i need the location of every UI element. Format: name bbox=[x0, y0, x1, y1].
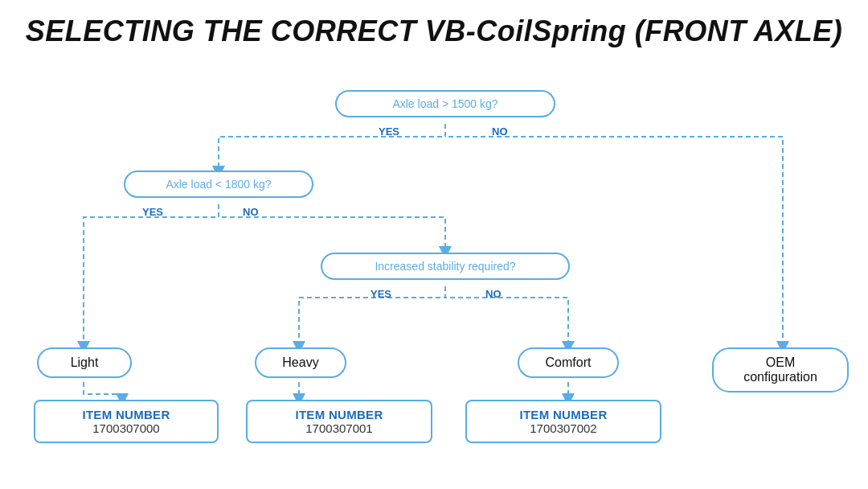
result-light: Light bbox=[37, 347, 132, 378]
decision-2: Axle load < 1800 kg? bbox=[124, 171, 313, 198]
d3-no-label: NO bbox=[485, 288, 502, 300]
result-heavy: Heavy bbox=[255, 347, 346, 378]
d1-yes-label: YES bbox=[379, 125, 399, 138]
item-1-number: 1700307000 bbox=[45, 421, 207, 435]
item-box-3: ITEM NUMBER 1700307002 bbox=[465, 400, 661, 443]
item-3-number: 1700307002 bbox=[477, 421, 650, 435]
item-box-1: ITEM NUMBER 1700307000 bbox=[34, 400, 219, 443]
page-title: SELECTING THE CORRECT VB-CoilSpring (FRO… bbox=[19, 14, 849, 48]
diagram: Axle load > 1500 kg? YES NO Axle load < … bbox=[19, 66, 849, 452]
item-2-number: 1700307001 bbox=[257, 421, 421, 435]
d2-yes-label: YES bbox=[142, 206, 163, 218]
result-comfort: Comfort bbox=[518, 347, 619, 378]
page: SELECTING THE CORRECT VB-CoilSpring (FRO… bbox=[0, 0, 868, 489]
decision-1: Axle load > 1500 kg? bbox=[335, 90, 555, 117]
decision-3: Increased stability required? bbox=[321, 253, 570, 280]
d3-yes-label: YES bbox=[371, 288, 391, 300]
d2-no-label: NO bbox=[243, 206, 259, 218]
item-2-label: ITEM NUMBER bbox=[257, 408, 421, 421]
result-oem: OEM configuration bbox=[712, 347, 849, 392]
item-box-2: ITEM NUMBER 1700307001 bbox=[246, 400, 432, 443]
item-3-label: ITEM NUMBER bbox=[477, 408, 650, 421]
item-1-label: ITEM NUMBER bbox=[45, 408, 207, 421]
d1-no-label: NO bbox=[492, 125, 508, 138]
